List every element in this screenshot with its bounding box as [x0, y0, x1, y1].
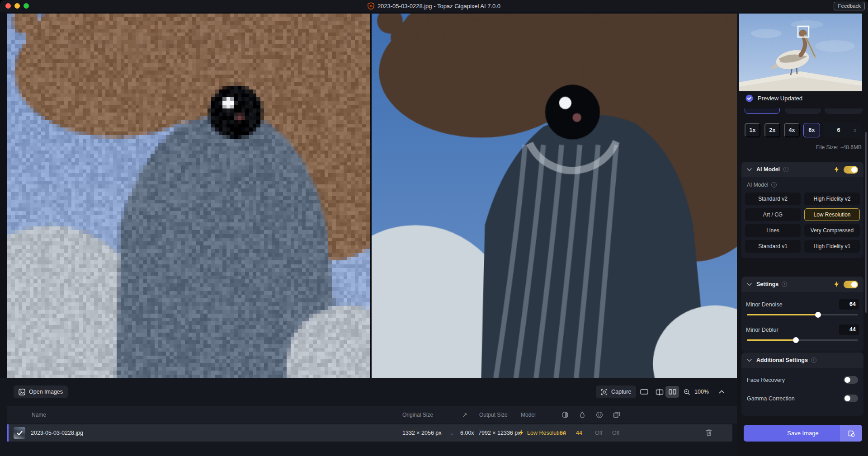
titlebar: G 2023-05-03-0228.jpg - Topaz Gigapixel …	[0, 0, 868, 12]
ai-model-section: AI Model i AI Modeli Standard v2 High Fi…	[741, 162, 863, 258]
denoise-column-icon	[561, 411, 569, 418]
info-icon: i	[811, 357, 816, 363]
settings-header[interactable]: Settings i	[741, 277, 863, 292]
window-title: 2023-05-03-0228.jpg - Topaz Gigapixel AI…	[377, 3, 500, 9]
row-denoise-value: 64	[560, 424, 566, 442]
gigapixel-window: G 2023-05-03-0228.jpg - Topaz Gigapixel …	[0, 0, 868, 456]
face-recovery-label: Face Recovery	[747, 377, 785, 383]
side-by-side-icon	[669, 389, 676, 395]
zoom-level[interactable]: 100%	[694, 389, 709, 395]
row-thumbnail-checkbox[interactable]	[14, 427, 25, 439]
capture-icon	[601, 389, 608, 395]
model-button-standard-v1[interactable]: Standard v1	[745, 240, 801, 253]
model-button-standard-v2[interactable]: Standard v2	[745, 193, 801, 205]
ai-model-toggle[interactable]	[844, 166, 858, 174]
ai-model-title: AI Model	[756, 166, 780, 173]
mode-tab-3[interactable]	[825, 108, 863, 114]
sidebar-scrollbar[interactable]	[865, 132, 867, 313]
check-icon	[17, 431, 23, 436]
resize-arrow-icon: ↗	[462, 406, 467, 423]
scale-option-6x[interactable]: 6x	[803, 123, 820, 137]
image-icon	[19, 389, 25, 395]
custom-scale-input[interactable]: 6 x	[824, 123, 862, 137]
lightning-bolt-icon	[834, 281, 839, 287]
additional-settings-title: Additional Settings	[756, 357, 808, 363]
open-images-button[interactable]: Open Images	[14, 385, 68, 398]
info-icon: i	[782, 282, 787, 287]
delete-row-button[interactable]	[706, 429, 712, 436]
model-button-very-compressed[interactable]: Very Compressed	[804, 224, 860, 237]
minor-deblur-value[interactable]: 44	[839, 324, 859, 335]
single-view-button[interactable]	[637, 386, 651, 398]
chevron-down-icon	[747, 168, 752, 171]
mode-tab-2[interactable]	[785, 108, 821, 114]
lightning-bolt-icon	[834, 166, 839, 173]
collapse-panel-button[interactable]	[719, 387, 725, 395]
scale-selector: 1x 2x 4x 6x 6 x	[737, 123, 868, 137]
chevron-up-icon	[719, 390, 725, 394]
navigation-thumbnail[interactable]	[739, 14, 862, 91]
scale-option-4x[interactable]: 4x	[784, 123, 800, 137]
minor-denoise-value[interactable]: 64	[839, 299, 859, 310]
save-image-label: Save Image	[766, 425, 840, 442]
info-icon: i	[783, 167, 788, 172]
mode-tab-1[interactable]	[745, 108, 780, 114]
face-recovery-toggle[interactable]	[844, 376, 858, 384]
file-table-row[interactable]: 2023-05-03-0228.jpg 1332 × 2056 px → 6.0…	[7, 424, 732, 442]
save-image-button[interactable]: Save Image	[744, 425, 862, 442]
split-view-icon	[656, 389, 664, 395]
enhanced-image-pane[interactable]	[372, 14, 737, 378]
minor-deblur-slider[interactable]	[747, 339, 858, 341]
original-image-pane[interactable]	[7, 14, 370, 378]
model-button-lines[interactable]: Lines	[745, 224, 801, 237]
additional-settings-header[interactable]: Additional Settings i	[741, 353, 863, 368]
gamma-correction-label: Gamma Correction	[747, 395, 795, 402]
preview-status-label: Preview Updated	[758, 95, 802, 102]
save-options-segment[interactable]	[840, 425, 862, 442]
scale-option-1x[interactable]: 1x	[745, 123, 760, 137]
file-size-row: File Size: ~48.6MB	[745, 144, 862, 152]
minor-denoise-slider[interactable]	[747, 314, 858, 315]
bottom-panel: Open Images Capture	[0, 378, 737, 456]
file-table-header: Name Original Size ↗ Output Size Model	[7, 406, 737, 423]
row-output-size: 7992 × 12336 px	[478, 424, 521, 442]
col-original-size: Original Size	[402, 406, 433, 423]
slider-knob[interactable]	[815, 312, 821, 318]
row-original-size: 1332 × 2056 px	[402, 424, 442, 442]
preview-status: Preview Updated	[745, 93, 802, 103]
model-button-low-resolution[interactable]: Low Resolution	[804, 208, 860, 221]
app-logo-icon: G	[368, 2, 374, 9]
model-button-high-fidelity-v1[interactable]: High Fidelity v1	[804, 240, 860, 253]
model-button-art-cg[interactable]: Art / CG	[745, 208, 801, 221]
arrow-right-icon: →	[448, 424, 454, 442]
additional-settings-section: Additional Settings i Face Recovery Gamm…	[741, 353, 863, 416]
slider-fill	[747, 314, 818, 315]
feedback-button[interactable]: Feedback	[834, 2, 865, 10]
slider-knob[interactable]	[793, 337, 799, 343]
divider	[745, 148, 807, 148]
col-output-size: Output Size	[479, 406, 508, 423]
scale-option-2x[interactable]: 2x	[764, 123, 780, 137]
side-by-side-view-button[interactable]	[665, 386, 679, 398]
chevron-down-icon	[747, 359, 752, 362]
row-scale-factor: 6.00x	[460, 424, 474, 442]
row-filename: 2023-05-03-0228.jpg	[31, 424, 83, 442]
gamma-correction-toggle[interactable]	[844, 395, 858, 402]
face-recovery-column-icon	[596, 411, 603, 418]
check-circle-icon	[745, 94, 753, 102]
slider-fill	[747, 339, 796, 341]
comparison-viewer	[7, 14, 737, 378]
ai-model-header[interactable]: AI Model i	[741, 162, 863, 177]
custom-scale-value[interactable]: 6	[824, 127, 854, 133]
row-face-recovery: Off	[595, 424, 602, 442]
chevron-down-icon	[747, 283, 752, 286]
sidebar: Preview Updated 1x 2x 4x 6x 6 x File Siz…	[737, 12, 868, 456]
model-button-high-fidelity-v2[interactable]: High Fidelity v2	[804, 193, 860, 205]
minor-denoise-label: Minor Denoise	[746, 301, 783, 308]
split-view-button[interactable]	[653, 386, 666, 398]
settings-toggle[interactable]	[844, 281, 858, 288]
model-grid: Standard v2 High Fidelity v2 Art / CG Lo…	[741, 193, 863, 258]
minor-deblur-label: Minor Deblur	[746, 327, 778, 333]
capture-button[interactable]: Capture	[596, 385, 636, 398]
zoom-control[interactable]: 100%	[684, 385, 709, 398]
